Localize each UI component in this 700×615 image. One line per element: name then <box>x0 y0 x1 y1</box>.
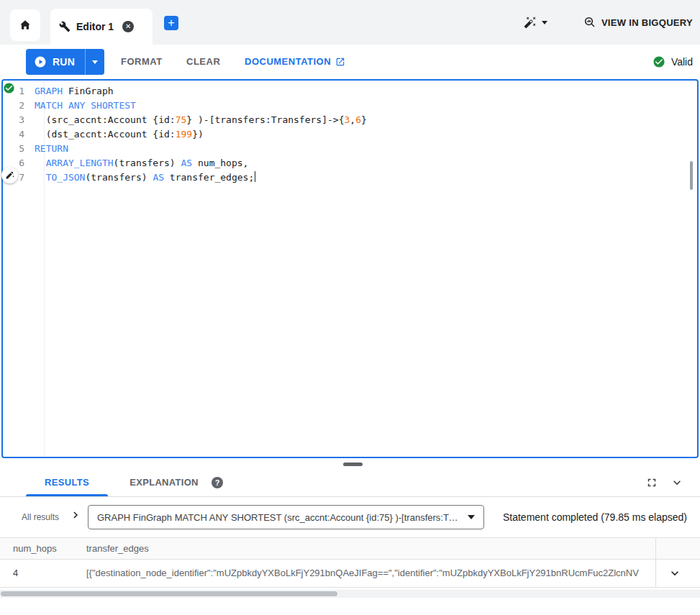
code-line: 3 (src_accnt:Account {id:75} )-[transfer… <box>3 113 690 127</box>
documentation-button-label: DOCUMENTATION <box>245 49 331 75</box>
bigquery-editor-app: Editor 1 ✕ + VIEW IN BIGQUERY RUN <box>0 0 700 615</box>
code-line: 2MATCH ANY SHORTEST <box>3 99 690 113</box>
close-tab-icon[interactable]: ✕ <box>122 21 134 32</box>
code-lines[interactable]: 1GRAPH FinGraph2MATCH ANY SHORTEST3 (src… <box>3 84 690 185</box>
column-header-transfer-edges: transfer_edges <box>86 538 149 559</box>
table-column-divider <box>655 537 656 588</box>
editor-vertical-scrollbar[interactable] <box>690 161 693 190</box>
cell-transfer-edges: [{"destination_node_identifier":"mUZpbkd… <box>86 560 655 587</box>
view-in-bigquery-label: VIEW IN BIGQUERY <box>601 17 693 28</box>
code-text: GRAPH FinGraph <box>35 84 114 99</box>
tab-explanation[interactable]: EXPLANATION <box>119 469 209 496</box>
expand-row-chevron-icon[interactable] <box>668 566 682 580</box>
code-line: 6 ARRAY_LENGTH(transfers) AS num_hops, <box>3 156 690 170</box>
line-number: 5 <box>3 142 35 156</box>
tab-results[interactable]: RESULTS <box>26 469 108 496</box>
check-circle-icon <box>653 55 665 68</box>
chevron-right-icon[interactable] <box>69 509 82 521</box>
ai-assist-pen-icon <box>5 170 14 180</box>
statement-dropdown-value: GRAPH FinGraph MATCH ANY SHORTEST (src_a… <box>97 512 460 523</box>
text-cursor <box>255 171 255 182</box>
statement-dropdown[interactable]: GRAPH FinGraph MATCH ANY SHORTEST (src_a… <box>88 505 484 529</box>
clear-button-label: CLEAR <box>186 49 220 75</box>
query-selector-bar: All results GRAPH FinGraph MATCH ANY SHO… <box>0 497 700 537</box>
query-valid-check-icon <box>3 82 15 94</box>
format-button-label: FORMAT <box>121 49 163 75</box>
editor-toolbar: RUN FORMAT CLEAR DOCUMENTATION Valid <box>0 45 700 79</box>
results-table-header: num_hops transfer_edges <box>0 537 700 560</box>
run-button[interactable]: RUN <box>26 49 85 75</box>
all-results-label: All results <box>22 497 59 537</box>
tab-bar: Editor 1 ✕ + VIEW IN BIGQUERY <box>0 0 700 45</box>
collapse-results-chevron-icon[interactable] <box>670 475 684 490</box>
table-row: 4 [{"destination_node_identifier":"mUZpb… <box>0 560 700 588</box>
line-number: 2 <box>3 99 35 113</box>
code-text: (src_accnt:Account {id:75} )-[transfers:… <box>35 113 367 127</box>
help-icon[interactable]: ? <box>212 477 223 488</box>
run-button-label: RUN <box>53 56 75 68</box>
results-tab-bar: RESULTS EXPLANATION ? <box>0 469 700 496</box>
external-link-icon <box>335 57 345 67</box>
tab-editor-1[interactable]: Editor 1 ✕ <box>50 9 153 45</box>
play-circle-icon <box>34 55 47 68</box>
query-valid-status: Valid <box>653 49 693 75</box>
horizontal-scrollbar-track[interactable] <box>0 590 700 598</box>
cell-num-hops: 4 <box>13 560 18 587</box>
ai-assist-button[interactable] <box>1 167 18 183</box>
fullscreen-icon[interactable] <box>645 476 658 489</box>
code-line: 4 (dst_accnt:Account {id:199}) <box>3 127 690 142</box>
run-options-dropdown-button[interactable] <box>85 49 104 75</box>
code-text: RETURN <box>35 142 68 156</box>
run-split-button: RUN <box>26 49 104 75</box>
code-text: (dst_accnt:Account {id:199}) <box>35 127 204 142</box>
statement-status-text: Statement completed (79.85 ms elapsed) <box>503 497 687 537</box>
valid-status-label: Valid <box>671 56 693 68</box>
documentation-button[interactable]: DOCUMENTATION <box>245 49 345 75</box>
clear-button[interactable]: CLEAR <box>186 49 220 75</box>
code-text: TO_JSON(transfers) AS transfer_edges; <box>35 170 255 185</box>
code-line: 1GRAPH FinGraph <box>3 84 690 99</box>
view-in-bigquery-button[interactable]: VIEW IN BIGQUERY <box>583 14 693 31</box>
magic-wand-icon <box>524 16 537 29</box>
home-tab-button[interactable] <box>10 9 40 41</box>
code-text: MATCH ANY SHORTEST <box>35 99 136 113</box>
home-icon <box>18 18 32 32</box>
bigquery-magnifier-icon <box>583 16 596 29</box>
horizontal-scrollbar-thumb[interactable] <box>1 591 337 596</box>
line-number: 3 <box>3 113 35 127</box>
chevron-down-icon <box>542 21 547 24</box>
line-number: 4 <box>3 127 35 142</box>
dropdown-caret-icon <box>468 515 475 519</box>
column-header-num-hops: num_hops <box>13 538 57 559</box>
panel-resize-handle[interactable] <box>343 463 363 466</box>
editor-tab-label: Editor 1 <box>76 21 114 32</box>
code-line: 7 TO_JSON(transfers) AS transfer_edges; <box>3 170 690 185</box>
format-button[interactable]: FORMAT <box>121 49 163 75</box>
sql-editor-panel[interactable]: 1GRAPH FinGraph2MATCH ANY SHORTEST3 (src… <box>1 79 699 458</box>
chevron-down-icon <box>92 60 98 64</box>
code-text: ARRAY_LENGTH(transfers) AS num_hops, <box>35 156 248 170</box>
build-wrench-icon <box>59 21 71 32</box>
add-tab-button[interactable]: + <box>164 16 178 30</box>
magic-wand-menu-button[interactable] <box>524 14 547 30</box>
code-line: 5RETURN <box>3 142 690 156</box>
